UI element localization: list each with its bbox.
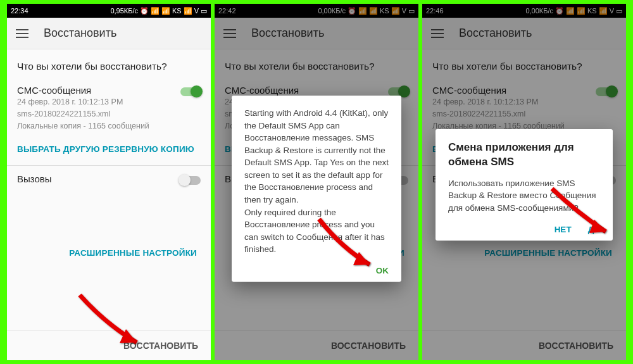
page-title: Восстановить: [44, 27, 116, 40]
calls-title: Вызовы: [17, 173, 180, 184]
signal-icon: 📶: [161, 7, 170, 15]
carrier-label: KS: [587, 7, 597, 15]
status-data: 0,00КБ/с: [318, 7, 346, 15]
ok-button[interactable]: OK: [376, 266, 389, 275]
v-label: V: [402, 7, 406, 15]
signal-icon: 📶: [369, 7, 378, 15]
signal-icon: 📶: [577, 7, 586, 15]
status-time: 22:42: [218, 7, 236, 15]
menu-icon[interactable]: [431, 29, 444, 38]
menu-icon[interactable]: [16, 29, 28, 38]
carrier-label: KS: [380, 7, 389, 15]
restore-button[interactable]: ВОССТАНОВИТЬ: [215, 330, 418, 360]
sms-title: СМС-сообщения: [225, 85, 388, 96]
wifi-icon: 📶: [566, 7, 575, 15]
sms-local: Локальные копия - 1165 сообщений: [17, 120, 180, 132]
sms-file: sms-20180224221155.xml: [17, 108, 180, 120]
page-title: Восстановить: [459, 27, 532, 40]
dialog-title: Смена приложения для обмена SMS: [448, 141, 600, 170]
alarm-icon: ⏰: [555, 7, 564, 15]
sms-date: 24 февр. 2018 г. 10:12:13 PM: [17, 96, 180, 108]
signal2-icon: 📶: [599, 7, 608, 15]
sms-toggle[interactable]: [596, 87, 616, 96]
status-data: 0,00КБ/с: [525, 7, 553, 15]
wifi-icon: 📶: [358, 7, 367, 15]
calls-item: Вызовы: [7, 172, 211, 191]
app-bar: Восстановить: [422, 18, 626, 49]
status-bar: 22:42 0,00КБ/с ⏰ 📶 📶 KS 📶 V ▭: [215, 4, 418, 18]
signal2-icon: 📶: [391, 7, 400, 15]
app-bar: Восстановить: [7, 18, 211, 49]
battery-icon: ▭: [201, 7, 207, 15]
sms-item: СМС-сообщения 24 февр. 2018 г. 10:12:13 …: [7, 84, 211, 138]
v-label: V: [194, 7, 199, 15]
advanced-settings-link[interactable]: РАСШИРЕННЫЕ НАСТРОЙКИ: [422, 242, 626, 267]
advanced-settings-link[interactable]: РАСШИРЕННЫЕ НАСТРОЙКИ: [7, 242, 211, 267]
sms-default-dialog: Смена приложения для обмена SMS Использо…: [436, 129, 613, 241]
battery-icon: ▭: [408, 7, 415, 15]
restore-button[interactable]: ВОССТАНОВИТЬ: [7, 330, 211, 360]
question-text: Что вы хотели бы восстановить?: [422, 49, 626, 84]
status-bar: 22:34 0,95КБ/с ⏰ 📶 📶 KS 📶 V ▭: [7, 4, 211, 18]
sms-title: СМС-сообщения: [17, 85, 180, 96]
sms-toggle[interactable]: [180, 87, 201, 96]
dialog-body: Starting with Android 4.4 (KitKat), only…: [244, 107, 389, 256]
alarm-icon: ⏰: [140, 7, 149, 15]
screen-2: 22:42 0,00КБ/с ⏰ 📶 📶 KS 📶 V ▭ Восстанови…: [215, 4, 418, 360]
alarm-icon: ⏰: [348, 7, 356, 15]
v-label: V: [610, 7, 614, 15]
screen-1: 22:34 0,95КБ/с ⏰ 📶 📶 KS 📶 V ▭ Восстанови…: [7, 4, 211, 360]
sms-title: СМС-сообщения: [432, 85, 596, 96]
dialog-body: Использовать приложение SMS Backup & Res…: [448, 177, 600, 215]
battery-icon: ▭: [616, 7, 622, 15]
signal2-icon: 📶: [184, 7, 192, 15]
yes-button[interactable]: ДА: [588, 225, 600, 234]
status-time: 22:34: [11, 7, 28, 15]
divider: [7, 165, 211, 166]
status-bar: 22:46 0,00КБ/с ⏰ 📶 📶 KS 📶 V ▭: [422, 4, 626, 18]
menu-icon[interactable]: [223, 29, 236, 38]
status-data: 0,95КБ/с: [110, 7, 138, 15]
kitkat-dialog: Starting with Android 4.4 (KitKat), only…: [232, 96, 401, 282]
question-text: Что вы хотели бы восстановить?: [7, 49, 211, 84]
sms-date: 24 февр. 2018 г. 10:12:13 PM: [432, 96, 596, 108]
choose-backup-link[interactable]: ВЫБРАТЬ ДРУГУЮ РЕЗЕРВНУЮ КОПИЮ: [7, 138, 211, 163]
carrier-label: KS: [172, 7, 182, 15]
question-text: Что вы хотели бы восстановить?: [215, 49, 418, 84]
app-bar: Восстановить: [215, 18, 418, 49]
no-button[interactable]: НЕТ: [555, 225, 572, 234]
restore-button[interactable]: ВОССТАНОВИТЬ: [422, 330, 626, 360]
screen-3: 22:46 0,00КБ/с ⏰ 📶 📶 KS 📶 V ▭ Восстанови…: [422, 4, 626, 360]
calls-toggle[interactable]: [180, 176, 201, 185]
wifi-icon: 📶: [151, 7, 160, 15]
page-title: Восстановить: [251, 27, 324, 40]
sms-toggle[interactable]: [388, 87, 408, 96]
sms-file: sms-20180224221155.xml: [432, 108, 596, 120]
status-time: 22:46: [426, 7, 444, 15]
